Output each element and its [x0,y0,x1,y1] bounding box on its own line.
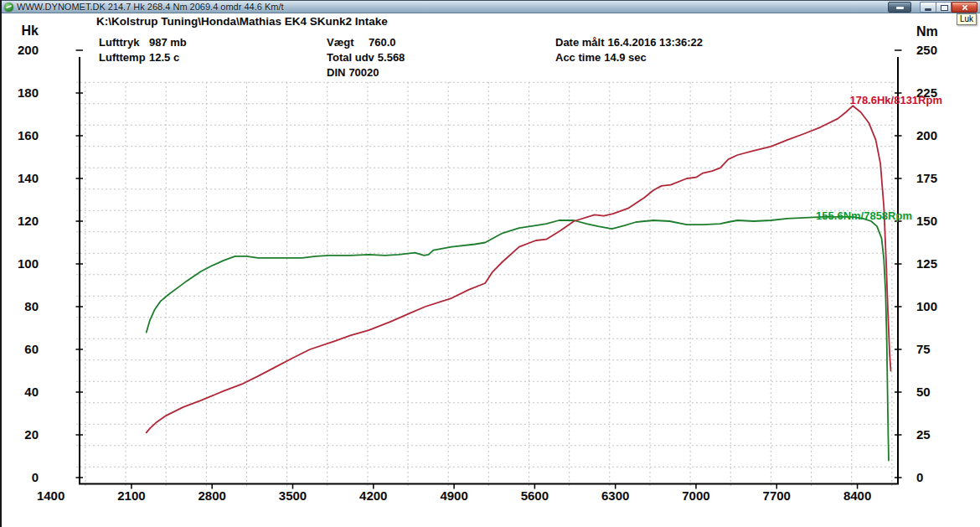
window-left-border [0,0,2,527]
window-title: WWW.DYNOMET.DK 214.7 Hk 268.4 Nm 2069.4 … [17,1,284,13]
window-titlebar: WWW.DYNOMET.DK 214.7 Hk 268.4 Nm 2069.4 … [0,0,980,13]
left-axis-tick-label: 20 [24,427,39,442]
torque-peak-annotation: 155.6Nm/7858Rpm [816,209,912,222]
x-axis-tick-label: 7000 [682,488,709,503]
dyno-chart-area: 0204060801001201401601802000255075100125… [0,13,980,527]
field-label: Lufttryk [99,36,146,49]
right-axis-tick-label: 50 [916,385,931,399]
x-axis-tick-label: 4200 [359,488,387,503]
field-value: 760.0 [369,36,396,49]
x-axis-tick-label: 7700 [763,488,791,503]
field-acc-time: Acc time 14.9 sec [555,51,647,64]
field-din: DIN 70020 [327,66,379,79]
x-axis-tick-label: 2100 [117,488,145,503]
left-axis-tick-label: 100 [18,256,39,271]
right-axis-tick-label: 200 [916,128,937,142]
x-axis-tick-label: 3500 [279,488,307,503]
field-value: 987 mb [149,36,187,49]
close-tooltip: Luk [957,13,977,25]
field-label: Total udv [327,51,374,64]
right-axis-tick-label: 100 [916,299,937,313]
field-value: 14.9 sec [604,51,647,64]
field-total-udv: Total udv 5.568 [327,51,405,64]
field-label: Vægt [327,36,365,49]
right-axis-tick-label: 175 [916,171,937,185]
field-value: 12.5 c [149,51,179,64]
left-axis-tick-label: 0 [32,470,39,484]
x-axis-tick-label: 8400 [843,488,871,503]
power-curve [147,106,891,432]
restore-button[interactable] [936,2,952,13]
field-lufttryk: Lufttryk 987 mb [99,36,187,49]
field-label: Lufttemp [99,51,146,64]
right-axis-tick-label: 125 [916,256,937,271]
left-axis-tick-label: 40 [24,385,39,399]
field-value: 70020 [348,66,379,79]
right-axis-tick-label: 150 [916,214,937,228]
right-axis-tick-label: 75 [916,342,931,356]
field-label: DIN [327,66,345,79]
field-label: Date målt [555,36,605,49]
field-date-maalt: Date målt 16.4.2016 13:36:22 [555,36,703,49]
minimize-button[interactable] [920,2,936,13]
x-axis-tick-label: 5600 [521,488,549,503]
left-axis-title: Hk [22,23,39,38]
x-axis-tick-label: 6300 [601,488,629,503]
app-icon [4,3,13,12]
field-value: 16.4.2016 13:36:22 [608,36,703,49]
left-axis-tick-label: 160 [18,128,39,142]
field-label: Acc time [555,51,601,64]
minimize-window-button[interactable] [888,2,911,13]
field-vaegt: Vægt 760.0 [327,36,396,49]
right-axis-title: Nm [916,24,938,39]
field-value: 5.568 [378,51,405,64]
left-axis-tick-label: 200 [18,43,39,57]
x-axis-tick-label: 4900 [440,488,467,503]
left-axis-tick-label: 140 [18,171,39,185]
dyno-chart: 0204060801001201401601802000255075100125… [0,13,980,527]
left-axis-tick-label: 60 [24,342,39,356]
right-axis-tick-label: 25 [916,427,931,442]
close-button[interactable] [952,2,977,13]
x-axis-tick-label: 2800 [199,488,226,503]
power-peak-annotation: 178.6Hk/8131Rpm [849,94,942,106]
run-file-path: K:\Kolstrup Tuning\Honda\Mathias EK4 SKu… [96,15,388,28]
right-axis-tick-label: 250 [916,43,937,57]
right-axis-tick-label: 0 [916,470,923,484]
left-axis-tick-label: 80 [24,299,39,313]
left-axis-tick-label: 180 [18,85,39,100]
field-lufttemp: Lufttemp 12.5 c [99,51,179,64]
left-axis-tick-label: 120 [18,214,39,228]
x-axis-tick-label: 1400 [37,488,64,503]
